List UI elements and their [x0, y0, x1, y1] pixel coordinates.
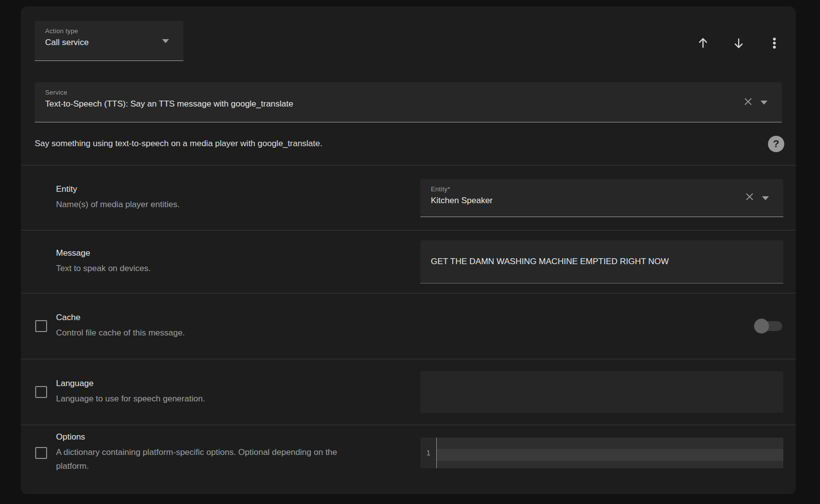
arrow-up-icon [696, 36, 710, 52]
entity-title: Entity [56, 184, 179, 194]
language-subtitle: Language to use for speech generation. [56, 392, 205, 406]
language-title: Language [56, 379, 205, 389]
chevron-down-icon [162, 39, 169, 43]
message-row: Message Text to speak on devices. GET TH… [21, 230, 796, 293]
chevron-down-icon[interactable] [761, 101, 767, 105]
service-clear-button[interactable] [742, 96, 754, 108]
move-up-button[interactable] [691, 32, 715, 56]
card-header-actions [691, 32, 786, 56]
options-checkbox[interactable] [35, 447, 47, 459]
cache-toggle[interactable] [755, 321, 782, 331]
toggle-knob [754, 319, 769, 334]
entity-clear-button[interactable] [744, 192, 756, 204]
cache-subtitle: Control file cache of this message. [56, 326, 185, 340]
move-down-button[interactable] [727, 32, 751, 56]
editor-active-line [437, 449, 783, 461]
language-checkbox[interactable] [35, 386, 47, 398]
language-input[interactable] [420, 371, 783, 413]
cache-row: Cache Control file cache of this message… [21, 293, 796, 359]
entity-picker[interactable]: Entity* Kitchen Speaker [420, 179, 783, 217]
editor-content[interactable] [437, 438, 783, 468]
options-title: Options [56, 432, 363, 442]
entity-subtitle: Name(s) of media player entities. [56, 198, 179, 212]
message-title: Message [56, 248, 151, 258]
service-label: Service [45, 89, 747, 96]
service-description-row: Say something using text-to-speech on a … [21, 122, 796, 165]
action-type-label: Action type [45, 27, 149, 35]
entity-picker-value: Kitchen Speaker [431, 196, 749, 206]
action-card: Action type Call service S [21, 6, 796, 494]
kebab-menu-icon [767, 36, 781, 52]
service-select[interactable]: Service Text-to-Speech (TTS): Say an TTS… [35, 82, 782, 122]
message-input-value: GET THE DAMN WASHING MACHINE EMPTIED RIG… [431, 257, 669, 267]
options-code-editor[interactable]: 1 [420, 438, 783, 468]
close-icon [743, 96, 754, 109]
language-row: Language Language to use for speech gene… [21, 359, 796, 425]
cache-checkbox[interactable] [35, 320, 47, 332]
options-row: Options A dictionary containing platform… [21, 425, 796, 494]
service-value: Text-to-Speech (TTS): Say an TTS message… [45, 99, 747, 109]
overflow-menu-button[interactable] [762, 32, 786, 56]
chevron-down-icon[interactable] [762, 196, 769, 200]
arrow-down-icon [732, 36, 746, 52]
cache-title: Cache [56, 313, 185, 323]
message-input[interactable]: GET THE DAMN WASHING MACHINE EMPTIED RIG… [420, 240, 783, 283]
help-icon[interactable]: ? [768, 136, 784, 152]
message-subtitle: Text to speak on devices. [56, 262, 151, 276]
close-icon [744, 191, 755, 204]
editor-line-number: 1 [420, 438, 437, 468]
action-type-select[interactable]: Action type Call service [35, 21, 183, 61]
options-subtitle: A dictionary containing platform-specifi… [56, 446, 363, 473]
action-type-value: Call service [45, 38, 149, 48]
entity-row: Entity Name(s) of media player entities.… [21, 166, 796, 230]
service-description: Say something using text-to-speech on a … [35, 139, 768, 149]
entity-picker-label: Entity* [431, 185, 749, 193]
